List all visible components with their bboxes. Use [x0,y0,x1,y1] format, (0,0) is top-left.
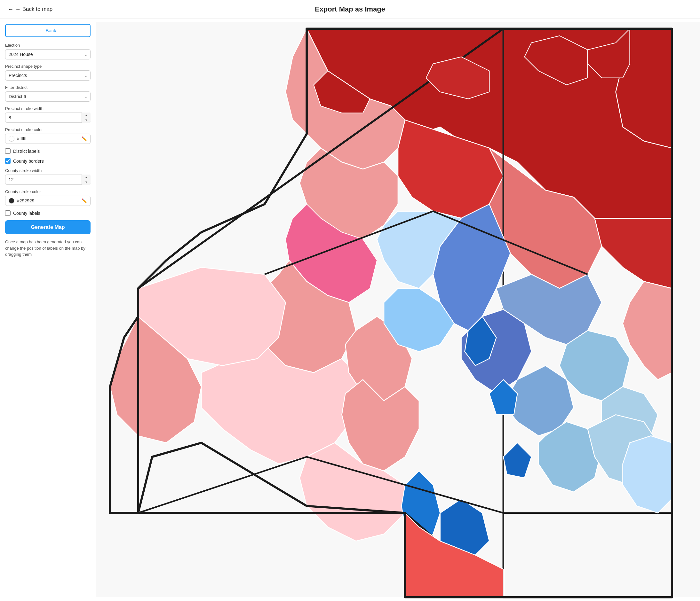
precinct-stroke-width-wrapper: ▲ ▼ [5,112,91,123]
county-stroke-width-group: County stroke width ▲ ▼ [5,168,91,185]
precinct-stroke-width-group: Precinct stroke width ▲ ▼ [5,106,91,123]
precinct-stroke-width-down[interactable]: ▼ [82,118,91,123]
precinct-stroke-width-up[interactable]: ▲ [82,112,91,118]
county-stroke-width-wrapper: ▲ ▼ [5,175,91,185]
precinct-shape-select-wrapper: Precincts Counties Districts [5,70,91,81]
filter-district-label: Filter district [5,85,91,90]
county-stroke-color-edit-icon[interactable]: ✏️ [81,198,87,203]
county-stroke-width-label: County stroke width [5,168,91,173]
county-labels-checkbox[interactable] [5,210,10,216]
precinct-stroke-color-edit-icon[interactable]: ✏️ [81,136,87,141]
election-select[interactable]: 2024 House 2022 House 2020 House [5,49,91,59]
precinct-stroke-spin-buttons: ▲ ▼ [81,112,91,123]
generate-map-button[interactable]: Generate Map [5,220,91,234]
back-to-map-link[interactable]: ← ← Back to map [8,6,52,13]
precinct-stroke-color-group: Precinct stroke color ✏️ [5,127,91,144]
top-bar: ← ← Back to map Export Map as Image [0,0,700,19]
county-stroke-color-group: County stroke color ✏️ [5,189,91,206]
county-borders-checkbox[interactable] [5,158,10,164]
county-stroke-color-label: County stroke color [5,189,91,194]
precinct-stroke-color-wrapper[interactable]: ✏️ [5,134,91,144]
precinct-stroke-color-swatch [9,136,15,141]
map-svg [96,19,700,600]
district-labels-label[interactable]: District labels [13,149,40,154]
election-label: Election [5,43,91,48]
filter-district-group: Filter district District 6 District 1 Di… [5,85,91,102]
filter-district-select[interactable]: District 6 District 1 District 2 Distric… [5,92,91,102]
election-group: Election 2024 House 2022 House 2020 Hous… [5,43,91,59]
arrow-left-icon: ← [8,6,14,13]
precinct-shape-label: Precinct shape type [5,64,91,69]
back-button[interactable]: ← Back [5,24,91,37]
map-area [96,19,700,600]
page-title: Export Map as Image [315,5,385,14]
precinct-shape-select[interactable]: Precincts Counties Districts [5,70,91,81]
filter-district-select-wrapper: District 6 District 1 District 2 Distric… [5,92,91,102]
county-stroke-width-up[interactable]: ▲ [82,175,91,180]
county-borders-label[interactable]: County borders [13,159,44,164]
county-stroke-width-down[interactable]: ▼ [82,180,91,185]
district-labels-checkbox[interactable] [5,148,10,154]
county-borders-row: County borders [5,158,91,164]
precinct-stroke-color-label: Precinct stroke color [5,127,91,132]
county-stroke-color-swatch [9,198,15,204]
district-labels-row: District labels [5,148,91,154]
county-labels-row: County labels [5,210,91,216]
county-labels-label[interactable]: County labels [13,211,40,216]
main-layout: ← Back Election 2024 House 2022 House 20… [0,19,700,600]
county-stroke-color-wrapper[interactable]: ✏️ [5,195,91,206]
county-stroke-width-input[interactable] [5,175,91,185]
precinct-shape-group: Precinct shape type Precincts Counties D… [5,64,91,81]
precinct-stroke-width-input[interactable] [5,112,91,123]
back-to-map-label: ← Back to map [15,6,52,12]
hint-text: Once a map has been generated you can ch… [5,239,91,258]
election-select-wrapper: 2024 House 2022 House 2020 House [5,49,91,59]
precinct-stroke-width-label: Precinct stroke width [5,106,91,111]
precinct-stroke-color-input[interactable] [17,136,79,141]
county-stroke-color-input[interactable] [17,198,79,203]
sidebar: ← Back Election 2024 House 2022 House 20… [0,19,96,600]
county-stroke-spin-buttons: ▲ ▼ [81,175,91,185]
